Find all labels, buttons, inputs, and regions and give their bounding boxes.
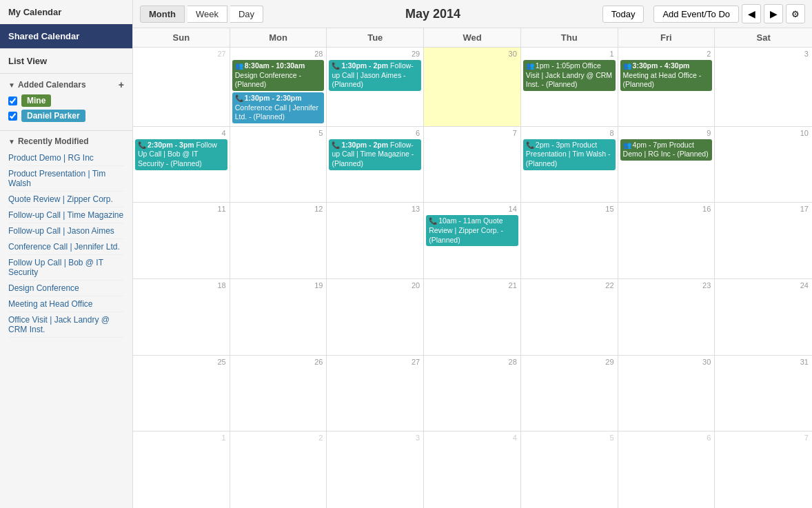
calendar-cell[interactable]: 12 (230, 203, 327, 278)
cell-date: 19 (232, 281, 325, 290)
calendar-cell[interactable]: 28👥8:30am - 10:30am Design Conference - … (230, 48, 327, 126)
calendar-cell[interactable]: 17 (715, 203, 812, 278)
calendar-cell[interactable]: 20 (327, 279, 424, 355)
calendar-week-0: 2728👥8:30am - 10:30am Design Conference … (133, 48, 812, 127)
calendar-event[interactable]: 📞10am - 11am Quote Review | Zipper Corp.… (426, 215, 518, 246)
calendar-cell[interactable]: 23 (618, 279, 715, 355)
calendar-cell[interactable]: 3 (327, 431, 424, 508)
calendar-cell[interactable]: 24 (715, 279, 812, 355)
calendar-cell[interactable]: 11 (133, 203, 230, 278)
recent-item[interactable]: Follow-up Call | Time Magazine (8, 207, 124, 223)
recent-item[interactable]: Meeting at Head Office (8, 296, 124, 312)
next-month-button[interactable]: ▶ (764, 4, 783, 23)
cell-date: 5 (232, 128, 325, 138)
daniel-parker-badge[interactable]: Daniel Parker (21, 110, 85, 122)
settings-button[interactable]: ⚙ (786, 4, 805, 23)
cell-date: 21 (426, 281, 518, 290)
mine-badge[interactable]: Mine (21, 94, 51, 107)
event-icon: 👥 (235, 62, 243, 70)
shared-calendar-label: Shared Calendar (8, 31, 79, 41)
calendar-cell[interactable]: 18 (133, 279, 230, 355)
recent-item[interactable]: Follow Up Call | Bob @ IT Security (8, 255, 124, 281)
calendar-cell[interactable]: 15 (521, 203, 618, 278)
calendar-daniel-checkbox[interactable] (8, 112, 17, 121)
add-event-button[interactable]: Add Event/To Do (653, 6, 739, 23)
cell-date: 29 (329, 49, 421, 59)
calendar-event[interactable]: 📞1:30pm - 2:30pm Conference Call | Jenni… (232, 92, 325, 123)
cell-date: 10 (717, 128, 810, 138)
week-view-button[interactable]: Week (187, 6, 227, 23)
calendar-cell[interactable]: 19 (230, 279, 327, 355)
calendar-cell[interactable]: 1 (133, 431, 230, 508)
recent-item[interactable]: Product Demo | RG Inc (8, 150, 124, 166)
recent-item[interactable]: Quote Review | Zipper Corp. (8, 192, 124, 207)
calendar-cell[interactable]: 3 (715, 48, 812, 126)
month-view-button[interactable]: Month (140, 6, 185, 23)
calendar-event[interactable]: 📞1:30pm - 2pm Follow-up Call | Jason Aim… (329, 60, 421, 91)
calendar-cell[interactable]: 9👥4pm - 7pm Product Demo | RG Inc - (Pla… (618, 127, 715, 203)
added-calendars-section: ▼ Added Calendars + Mine Daniel Parker (0, 74, 132, 131)
calendar-event[interactable]: 👥8:30am - 10:30am Design Conference - (P… (232, 60, 325, 91)
calendar-cell[interactable]: 8📞2pm - 3pm Product Presentation | Tim W… (521, 127, 618, 203)
toolbar: Month Week Day May 2014 Today Add Event/… (133, 0, 812, 28)
calendar-cell[interactable]: 7 (424, 127, 521, 203)
prev-month-button[interactable]: ◀ (742, 4, 761, 23)
recent-item[interactable]: Design Conference (8, 281, 124, 296)
header-mon: Mon (230, 28, 327, 47)
calendar-cell[interactable]: 6 (618, 431, 715, 508)
sidebar-my-calendar[interactable]: My Calendar (0, 0, 132, 24)
day-headers-row: Sun Mon Tue Wed Thu Fri Sat (133, 28, 812, 48)
calendar-event[interactable]: 👥4pm - 7pm Product Demo | RG Inc - (Plan… (620, 139, 713, 161)
recent-item[interactable]: Product Presentation | Tim Walsh (8, 166, 124, 192)
today-button[interactable]: Today (602, 6, 644, 23)
calendar-cell[interactable]: 4📞2:30pm - 3pm Follow Up Call | Bob @ IT… (133, 127, 230, 203)
recent-item[interactable]: Follow-up Call | Jason Aimes (8, 223, 124, 239)
recent-item[interactable]: Office Visit | Jack Landry @ CRM Inst. (8, 312, 124, 338)
calendar-cell[interactable]: 31 (715, 356, 812, 431)
cell-date: 11 (135, 204, 227, 214)
calendar-cell[interactable]: 14📞10am - 11am Quote Review | Zipper Cor… (424, 203, 521, 278)
calendar-event[interactable]: 👥1pm - 1:05pm Office Visit | Jack Landry… (523, 60, 616, 91)
add-calendar-button[interactable]: + (119, 79, 124, 90)
calendar-cell[interactable]: 13 (327, 203, 424, 278)
calendar-cell[interactable]: 25 (133, 356, 230, 431)
recently-modified-header: ▼ Recently Modified (8, 136, 124, 146)
sidebar-shared-calendar[interactable]: Shared Calendar (0, 24, 132, 48)
cell-date: 9 (620, 128, 713, 138)
cell-date: 27 (135, 49, 227, 59)
calendar-event[interactable]: 👥3:30pm - 4:30pm Meeting at Head Office … (620, 60, 713, 91)
calendar-cell[interactable]: 5 (521, 431, 618, 508)
sidebar-list-view[interactable]: List View (0, 48, 132, 74)
cell-date: 28 (426, 357, 518, 367)
calendar-cell[interactable]: 2👥3:30pm - 4:30pm Meeting at Head Office… (618, 48, 715, 126)
calendar-cell[interactable]: 1👥1pm - 1:05pm Office Visit | Jack Landr… (521, 48, 618, 126)
calendar-week-1: 4📞2:30pm - 3pm Follow Up Call | Bob @ IT… (133, 127, 812, 203)
cell-date: 6 (620, 433, 713, 443)
calendar-cell[interactable]: 21 (424, 279, 521, 355)
event-icon: 📞 (332, 62, 340, 70)
day-view-button[interactable]: Day (230, 6, 263, 23)
calendar-cell[interactable]: 30 (618, 356, 715, 431)
calendar-cell[interactable]: 2 (230, 431, 327, 508)
calendar-cell[interactable]: 26 (230, 356, 327, 431)
calendar-cell[interactable]: 27 (327, 356, 424, 431)
cell-date: 8 (523, 128, 616, 138)
calendar-cell[interactable]: 16 (618, 203, 715, 278)
calendar-cell[interactable]: 4 (424, 431, 521, 508)
calendar-event[interactable]: 📞1:30pm - 2pm Follow-up Call | Time Maga… (329, 139, 421, 170)
calendar-cell[interactable]: 6📞1:30pm - 2pm Follow-up Call | Time Mag… (327, 127, 424, 203)
calendar-event[interactable]: 📞2pm - 3pm Product Presentation | Tim Wa… (523, 139, 616, 170)
calendar-cell[interactable]: 22 (521, 279, 618, 355)
calendar-cell[interactable]: 5 (230, 127, 327, 203)
calendar-cell[interactable]: 30 (424, 48, 521, 126)
cell-date: 25 (135, 357, 227, 367)
calendar-cell[interactable]: 27 (133, 48, 230, 126)
recent-item[interactable]: Conference Call | Jennifer Ltd. (8, 239, 124, 255)
calendar-cell[interactable]: 29📞1:30pm - 2pm Follow-up Call | Jason A… (327, 48, 424, 126)
calendar-cell[interactable]: 10 (715, 127, 812, 203)
calendar-cell[interactable]: 28 (424, 356, 521, 431)
calendar-event[interactable]: 📞2:30pm - 3pm Follow Up Call | Bob @ IT … (135, 139, 227, 170)
calendar-cell[interactable]: 7 (715, 431, 812, 508)
calendar-cell[interactable]: 29 (521, 356, 618, 431)
calendar-mine-checkbox[interactable] (8, 96, 17, 105)
